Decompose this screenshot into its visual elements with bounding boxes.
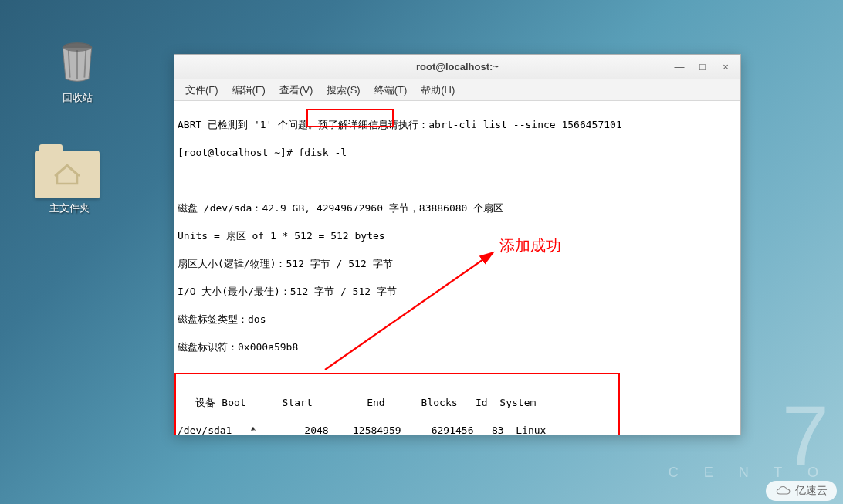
svg-point-4 <box>63 43 92 52</box>
terminal-body[interactable]: ABRT 已检测到 '1' 个问题。预了解详细信息请执行：abrt-cli li… <box>174 101 740 435</box>
terminal-line: 磁盘标签类型：dos <box>178 313 737 326</box>
menubar: 文件(F) 编辑(E) 查看(V) 搜索(S) 终端(T) 帮助(H) <box>174 79 740 101</box>
command-text: fdisk -l <box>299 147 347 158</box>
terminal-line: 磁盘 /dev/sda：42.9 GB, 42949672960 字节，8388… <box>178 201 737 215</box>
terminal-line: 磁盘标识符：0x000a59b8 <box>178 340 737 354</box>
home-label: 主文件夹 <box>35 201 104 215</box>
window-title: root@localhost:~ <box>416 61 499 73</box>
centos-branding: 7 C E N T O <box>669 401 829 481</box>
terminal-line <box>178 174 737 188</box>
centos-version: 7 <box>669 401 829 469</box>
terminal-line: [root@localhost ~]# fdisk -l <box>178 146 737 160</box>
trash-label: 回收站 <box>42 91 112 105</box>
menu-edit[interactable]: 编辑(E) <box>226 81 272 100</box>
close-button[interactable]: × <box>714 58 737 76</box>
trash-bin-icon <box>54 39 100 85</box>
terminal-line: /dev/sda1 * 2048 12584959 6291456 83 Lin… <box>178 424 737 435</box>
menu-view[interactable]: 查看(V) <box>273 81 319 100</box>
terminal-line: ABRT 已检测到 '1' 个问题。预了解详细信息请执行：abrt-cli li… <box>178 118 737 132</box>
watermark-text: 亿速云 <box>795 484 828 498</box>
window-titlebar[interactable]: root@localhost:~ — □ × <box>174 55 740 79</box>
cloud-icon <box>775 485 792 497</box>
menu-file[interactable]: 文件(F) <box>179 81 225 100</box>
terminal-line: I/O 大小(最小/最佳)：512 字节 / 512 字节 <box>178 285 737 299</box>
menu-terminal[interactable]: 终端(T) <box>368 81 414 100</box>
house-icon <box>54 164 80 185</box>
terminal-line: 扇区大小(逻辑/物理)：512 字节 / 512 字节 <box>178 257 737 271</box>
menu-search[interactable]: 搜索(S) <box>320 81 366 100</box>
terminal-line <box>178 368 737 382</box>
annotation-arrow-icon <box>310 231 510 377</box>
terminal-line: Units = 扇区 of 1 * 512 = 512 bytes <box>178 229 737 243</box>
maximize-button[interactable]: □ <box>691 58 714 76</box>
minimize-button[interactable]: — <box>668 58 691 76</box>
terminal-window: root@localhost:~ — □ × 文件(F) 编辑(E) 查看(V)… <box>174 54 741 435</box>
terminal-line: 设备 Boot Start End Blocks Id System <box>178 396 737 410</box>
home-folder-icon[interactable]: 主文件夹 <box>35 151 104 215</box>
centos-name: C E N T O <box>669 465 829 481</box>
prompt: [root@localhost ~]# <box>178 147 299 158</box>
folder-icon <box>35 151 100 198</box>
trash-icon[interactable]: 回收站 <box>42 39 112 105</box>
menu-help[interactable]: 帮助(H) <box>415 81 461 100</box>
watermark: 亿速云 <box>766 481 837 501</box>
